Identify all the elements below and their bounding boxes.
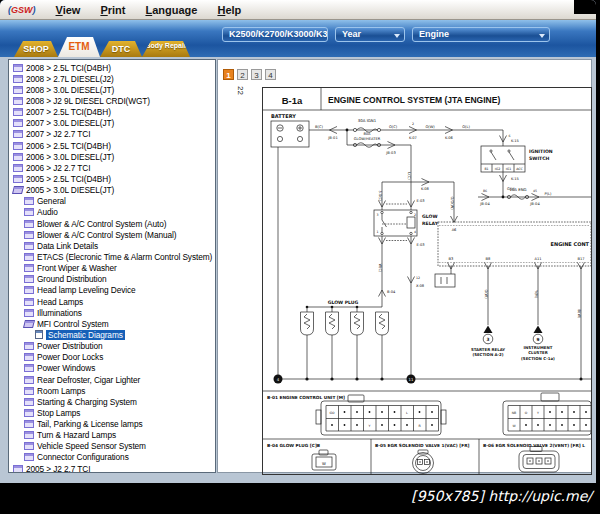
sidebar-item[interactable]: 2006 > 3.0L DIESEL(JT) [9, 151, 215, 162]
page-button-1[interactable]: 1 [223, 69, 234, 80]
document-icon [24, 442, 34, 450]
sidebar-item[interactable]: Head lamp Leveling Device [9, 285, 215, 296]
sidebar-item-label: Power Distribution [37, 341, 103, 351]
year-select[interactable]: Year [335, 27, 405, 42]
sidebar-item-label: Front Wiper & Washer [37, 263, 117, 273]
sidebar-item[interactable]: Audio [9, 207, 215, 218]
wiring-diagram-sheet: B-1a ENGINE CONTROL SYSTEM (JTA ENGINE) … [262, 87, 592, 475]
sidebar-item[interactable]: Power Distribution [9, 341, 215, 352]
glow-plug-symbols: GLOW PLUG [301, 300, 389, 381]
sidebar-item[interactable]: Turn & Hazard Lamps [9, 430, 215, 441]
sidebar-item[interactable]: 2008 > J2 9L DIESEL CRDI(WGT) [9, 95, 215, 106]
section-ref: 3 [487, 337, 490, 342]
sidebar-item[interactable]: Blower & A/C Control System (Auto) [9, 218, 215, 229]
ecu-pin-label: B8 [486, 257, 491, 261]
sidebar-item[interactable]: Illuminations [9, 307, 215, 318]
sidebar-item[interactable]: 2005 > J2 2.7 TCI [9, 463, 215, 473]
sidebar-item[interactable]: ETACS (Elecronic Time & Alarm Control Sy… [9, 251, 215, 262]
window-corner [574, 0, 596, 14]
document-icon [13, 175, 23, 183]
sidebar-item[interactable]: Data Link Details [9, 240, 215, 251]
chevron-down-icon [394, 34, 400, 38]
sidebar-item[interactable]: Power Door Locks [9, 352, 215, 363]
engine-select[interactable]: Engine [412, 27, 550, 42]
sidebar-item[interactable]: Blower & A/C Control System (Manual) [9, 229, 215, 240]
menu-view[interactable]: View [56, 4, 81, 16]
pin-number: 4 [414, 230, 416, 234]
battery-label: BATTERY [271, 113, 296, 119]
sidebar-item[interactable]: 2007 > 2.5L TCI(D4BH) [9, 107, 215, 118]
sidebar-item-label: 2007 > J2 2.7 TCI [26, 129, 90, 139]
sidebar-item[interactable]: 2007 > 3.0L DIESEL(JT) [9, 118, 215, 129]
sidebar-item[interactable]: Rear Defroster, Cigar Lighter [9, 374, 215, 385]
sidebar-item[interactable]: Starting & Charging System [9, 396, 215, 407]
sidebar-item-label: 2006 > 3.0L DIESEL(JT) [26, 152, 114, 162]
page-button-2[interactable]: 2 [237, 69, 248, 80]
sidebar-item[interactable]: General [9, 196, 215, 207]
tab-dtc[interactable]: DTC [100, 41, 142, 57]
terminal-label: IG2 [495, 167, 500, 171]
wire-label: O(W) [425, 125, 435, 129]
tab-body-repair[interactable]: Body Repair [142, 41, 190, 57]
sidebar-item[interactable]: Ground Distribution [9, 274, 215, 285]
sidebar-item[interactable]: 2008 > 2.7L DIESEL(J2) [9, 73, 215, 84]
page-button-4[interactable]: 4 [265, 69, 276, 80]
sidebar-item-label: Tail, Parking & License lamps [37, 419, 142, 429]
sidebar-item[interactable]: 2006 > J2 2.7 TCI [9, 162, 215, 173]
wire-label: L(C) [407, 172, 411, 180]
sidebar-item[interactable]: 2006 > 2.5L TCI(D4BH) [9, 140, 215, 151]
sidebar-item[interactable]: Connector Configurations [9, 452, 215, 463]
document-icon [24, 431, 34, 439]
pin-let: Y [537, 411, 539, 415]
sidebar-item[interactable]: 2005 > 2.5L TCI(D4BH) [9, 173, 215, 184]
document-icon [24, 197, 34, 205]
ecu-pin-label: B17 [577, 257, 584, 261]
wire-label: O(C) [389, 125, 398, 129]
sidebar-item-label: 2005 > J2 2.7 TCI [26, 464, 90, 473]
sidebar-item-label: Ground Distribution [37, 274, 107, 284]
pin-number: 86 [483, 189, 487, 193]
wire-label: O(L) [462, 125, 470, 129]
open-folder-icon [12, 186, 24, 194]
menu-help[interactable]: Help [217, 4, 241, 16]
sidebar-item[interactable]: 2007 > J2 2.7 TCI [9, 129, 215, 140]
sidebar-item[interactable]: Vehicle Speed Sensor System [9, 441, 215, 452]
vehicle-selectors: K2500/K2700/K3000/K3000S( Year Engine [222, 27, 550, 42]
document-icon [13, 119, 23, 127]
pin-let: R [418, 424, 421, 428]
section-label: (SECTION A-2) [472, 352, 503, 357]
tab-etm[interactable]: ETM [58, 37, 100, 57]
sidebar-item[interactable]: 2005 > 3.0L DIESEL(JT) [9, 185, 215, 196]
sidebar-item[interactable]: Room Lamps [9, 385, 215, 396]
connector-panel: B-01 ENGINE CONTROL UNIT [M] GO [263, 391, 591, 474]
pin-let: Y [369, 424, 371, 428]
sidebar-item[interactable]: Front Wiper & Washer [9, 263, 215, 274]
page-buttons: 1234 [223, 69, 276, 80]
year-select-value: Year [342, 29, 361, 39]
fuse-label: GLOW/HEATER [354, 137, 381, 141]
document-icon [24, 342, 34, 350]
chevron-down-icon [539, 34, 545, 38]
connector-label: JB-04 [479, 202, 490, 206]
sidebar-item[interactable]: Power Windows [9, 363, 215, 374]
pin-number: 12 [416, 276, 420, 280]
sidebar-item[interactable]: Head Lamps [9, 296, 215, 307]
sidebar-item-label: Head lamp Leveling Device [37, 285, 136, 295]
sidebar-item[interactable]: 2008 > 3.0L DIESEL(JT) [9, 84, 215, 95]
model-select[interactable]: K2500/K2700/K3000/K3000S( [222, 27, 328, 42]
sidebar-item[interactable]: MFI Control System [9, 318, 215, 329]
page-button-3[interactable]: 3 [251, 69, 262, 80]
connector-label: K-15 [511, 139, 519, 143]
menu-print[interactable]: Print [100, 4, 125, 16]
document-icon [13, 108, 23, 116]
ecu-pin-label: B3 [449, 257, 454, 261]
sidebar-item-label: Data Link Details [37, 241, 98, 251]
sidebar-item-label: 2005 > 2.5L TCI(D4BH) [26, 174, 111, 184]
sidebar-item[interactable]: Tail, Parking & License lamps [9, 419, 215, 430]
menu-language[interactable]: Language [145, 4, 197, 16]
sidebar-item[interactable]: Schematic Diagrams [9, 329, 215, 340]
sidebar-item[interactable]: 2008 > 2.5L TCI(D4BH) [9, 62, 215, 73]
sidebar-item[interactable]: Stop Lamps [9, 407, 215, 418]
tab-shop[interactable]: SHOP [14, 41, 58, 57]
ecu-pin-label: A11 [534, 257, 541, 261]
